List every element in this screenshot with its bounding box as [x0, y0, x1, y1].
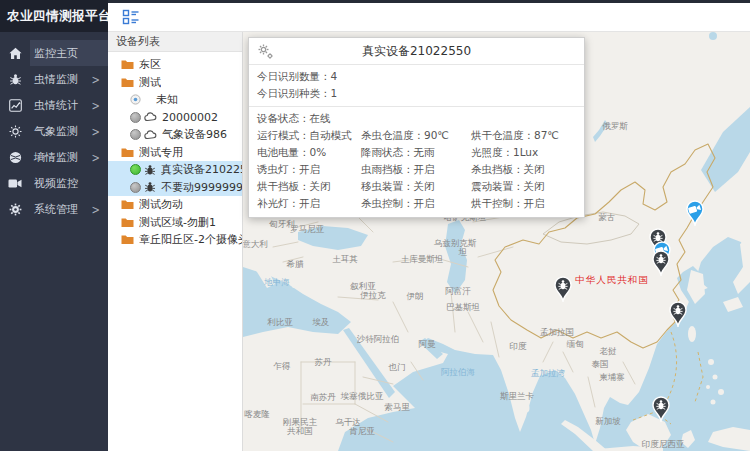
folder-icon [121, 199, 134, 210]
sidebar-item-label: 视频监控 [34, 176, 78, 191]
chevron-right-icon: > [92, 72, 100, 86]
tree-group-label: 东区 [139, 57, 161, 72]
map-place-label: 泰国 [592, 359, 609, 371]
status-dot [130, 129, 141, 140]
stat-today-species: 今日识别种类：1 [249, 85, 584, 102]
device-param: 诱虫灯：开启 [249, 161, 353, 178]
map-marker-bug[interactable] [650, 395, 672, 423]
device-param: 烘干控制：开启 [463, 195, 584, 212]
bug-icon [144, 164, 156, 176]
device-param: 杀虫控制：开启 [353, 195, 463, 212]
map-place-label: 喀麦隆 [244, 409, 270, 421]
map-place-label: 土耳其 [332, 254, 358, 266]
chevron-right-icon: > [92, 150, 100, 164]
radio-icon [130, 94, 141, 105]
video-icon [0, 178, 30, 189]
map-place-label: 伊朗 [407, 291, 424, 303]
tree-device-row[interactable]: 20000002 [108, 109, 242, 127]
map-place-label: 蒙古 [599, 212, 616, 224]
bug-icon [144, 181, 156, 193]
cloud-icon [144, 112, 157, 122]
device-param: 烘干仓温度：87℃ [463, 127, 584, 144]
map-place-label: 孟加拉湾 [531, 368, 565, 380]
map-place-label: 利比亚 [267, 317, 293, 329]
device-param: 补光灯：开启 [249, 195, 353, 212]
folder-icon [121, 59, 134, 70]
tree-device-row[interactable]: 不要动99999999 [108, 179, 242, 197]
folder-icon [121, 77, 134, 88]
map-place-label: 斯里兰卡 [500, 391, 534, 403]
tree-group-row[interactable]: 东区 [108, 56, 242, 74]
device-param: 运行模式：自动模式 [249, 127, 353, 144]
map-place-label: 苏丹 [315, 357, 332, 369]
app-window: 农业四情测报平台 监控主页 虫情监测> 虫情统计> 气象监测> [0, 0, 750, 451]
popup-stats: 今日识别数量：4 今日识别种类：1 [249, 65, 584, 107]
map-marker-bug[interactable] [650, 249, 672, 277]
map-marker-bug[interactable] [552, 275, 574, 303]
sidebar-item-虫情统计[interactable]: 虫情统计> [0, 92, 108, 118]
sidebar-item-监控主页[interactable]: 监控主页 [0, 40, 108, 66]
tree-device-label: 20000002 [162, 111, 218, 124]
status-dot [130, 164, 141, 175]
status-dot [130, 112, 141, 123]
settings-gears-icon[interactable] [257, 43, 274, 62]
sidebar-item-虫情监测[interactable]: 虫情监测> [0, 66, 108, 92]
device-param: 震动装置：关闭 [463, 178, 584, 195]
chevron-right-icon: > [92, 98, 100, 112]
map-place-label: 乌兹别克斯 [434, 238, 477, 250]
sidebar-item-label: 虫情监测 [34, 72, 78, 87]
map-marker-camera[interactable] [684, 199, 706, 227]
tree-device-label: 气象设备986 [162, 127, 227, 142]
map-place-label: 阿拉伯海 [441, 367, 475, 379]
tree-group-label: 测试勿动 [139, 197, 183, 212]
map-place-label: 缅甸 [567, 339, 584, 351]
map-place-label: 肯尼亚 [349, 426, 375, 438]
map-place-label: 阿曼 [419, 339, 436, 351]
map-place-label: 罗马尼亚 [290, 224, 324, 236]
map-place-label: 俄罗斯 [602, 121, 628, 133]
map-place-label: 南苏丹 [310, 392, 336, 404]
device-info-popup: 真实设备21022550 今日识别数量：4 今日识别种类：1 设备状态：在线 运… [248, 37, 585, 218]
tree-device-row[interactable]: 真实设备21022550 [108, 161, 242, 179]
sidebar-item-气象监测[interactable]: 气象监测> [0, 118, 108, 144]
app-title: 农业四情测报平台 [0, 0, 108, 32]
tree-group-row[interactable]: 测试 [108, 74, 242, 92]
map-place-label: 坦 [459, 247, 468, 259]
device-param: 降雨状态：无雨 [353, 144, 463, 161]
sidebar-nav: 监控主页 虫情监测> 虫情统计> 气象监测> 墒情监测> 视频监控 系统管理> [0, 32, 108, 451]
tree-group-row[interactable]: 测试区域-勿删1 [108, 214, 242, 232]
map-place-label: 埃塞俄比亚 [341, 391, 384, 403]
cloud-icon [144, 130, 157, 140]
map-place-label: 印度尼西亚 [642, 439, 685, 451]
map-place-label: 希腊 [287, 259, 304, 271]
device-param: 光照度：1Lux [463, 144, 584, 161]
map-place-label: 新加坡 [595, 416, 621, 428]
sidebar-item-label: 虫情统计 [34, 98, 78, 113]
tree-group-row[interactable]: 测试勿动 [108, 196, 242, 214]
map-place-label: 意大利 [243, 239, 268, 251]
sidebar-item-label: 墒情监测 [34, 150, 78, 165]
globe-icon [0, 151, 30, 164]
gear-icon [0, 203, 30, 216]
tree-group-row[interactable]: 测试专用 [108, 144, 242, 162]
map-marker-bug[interactable] [667, 300, 689, 328]
device-tree: 东区 测试 未知 20000002 气象设备986 测试专用 [108, 52, 242, 249]
device-params-grid: 运行模式：自动模式杀虫仓温度：90℃烘干仓温度：87℃电池电量：0%降雨状态：无… [249, 127, 584, 217]
tree-device-row[interactable]: 气象设备986 [108, 126, 242, 144]
sidebar-item-墒情监测[interactable]: 墒情监测> [0, 144, 108, 170]
device-list-panel: 设备列表 东区 测试 未知 20000002 气象设备986 [108, 32, 243, 451]
popup-header: 真实设备21022550 [249, 38, 584, 65]
tree-group-row[interactable]: 章丘阳丘区-2个摄像头 [108, 231, 242, 249]
sidebar-item-label: 监控主页 [34, 46, 78, 61]
tree-unknown-row[interactable]: 未知 [108, 91, 242, 109]
sidebar-item-视频监控[interactable]: 视频监控 [0, 170, 108, 196]
device-list-header: 设备列表 [108, 32, 242, 52]
map-place-label: 伊拉克 [360, 290, 386, 302]
tree-list-icon[interactable] [122, 8, 140, 26]
sidebar-item-系统管理[interactable]: 系统管理> [0, 196, 108, 222]
map-place-label: 埃及 [313, 317, 330, 329]
map-place-label: 也门 [389, 362, 406, 374]
bug-icon [0, 73, 30, 86]
device-param: 移虫装置：关闭 [353, 178, 463, 195]
device-param: 烘干挡板：关闭 [249, 178, 353, 195]
